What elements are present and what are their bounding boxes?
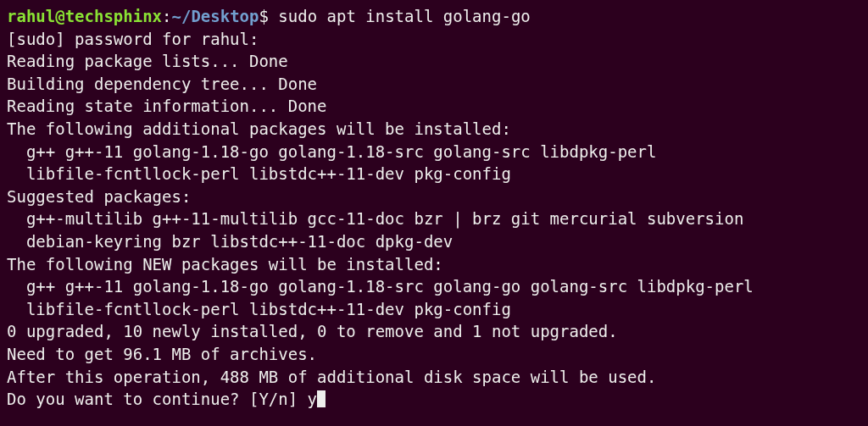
output-line: Building dependency tree... Done <box>7 73 861 96</box>
output-line: debian-keyring bzr libstdc++-11-doc dpkg… <box>7 230 861 253</box>
prompt-line: rahul@techsphinx:~/Desktop$ sudo apt ins… <box>7 5 861 28</box>
continue-prompt: Do you want to continue? [Y/n] <box>7 390 308 408</box>
prompt-user: rahul <box>7 7 55 25</box>
prompt-host: techsphinx <box>65 7 162 25</box>
output-line: g++ g++-11 golang-1.18-go golang-1.18-sr… <box>7 275 861 298</box>
output-line: After this operation, 488 MB of addition… <box>7 366 861 389</box>
cursor-icon <box>317 390 326 407</box>
user-input: y <box>308 390 317 408</box>
prompt-colon: : <box>162 7 171 25</box>
output-line: g++-multilib g++-11-multilib gcc-11-doc … <box>7 207 861 230</box>
output-line: Reading state information... Done <box>7 95 861 118</box>
output-line: 0 upgraded, 10 newly installed, 0 to rem… <box>7 320 861 343</box>
output-line: Need to get 96.1 MB of archives. <box>7 343 861 366</box>
output-line: Suggested packages: <box>7 185 861 208</box>
output-line: [sudo] password for rahul: <box>7 28 861 51</box>
output-line: Reading package lists... Done <box>7 50 861 73</box>
output-line: g++ g++-11 golang-1.18-go golang-1.18-sr… <box>7 141 861 163</box>
output-line: The following NEW packages will be insta… <box>7 253 861 276</box>
input-prompt-line[interactable]: Do you want to continue? [Y/n] y <box>7 388 861 411</box>
prompt-dollar: $ <box>259 7 278 25</box>
prompt-path: ~/Desktop <box>172 7 259 25</box>
prompt-at: @ <box>55 7 64 25</box>
output-line: libfile-fcntllock-perl libstdc++-11-dev … <box>7 298 861 321</box>
command-text: sudo apt install golang-go <box>278 7 530 25</box>
output-line: libfile-fcntllock-perl libstdc++-11-dev … <box>7 163 861 185</box>
output-line: The following additional packages will b… <box>7 118 861 141</box>
